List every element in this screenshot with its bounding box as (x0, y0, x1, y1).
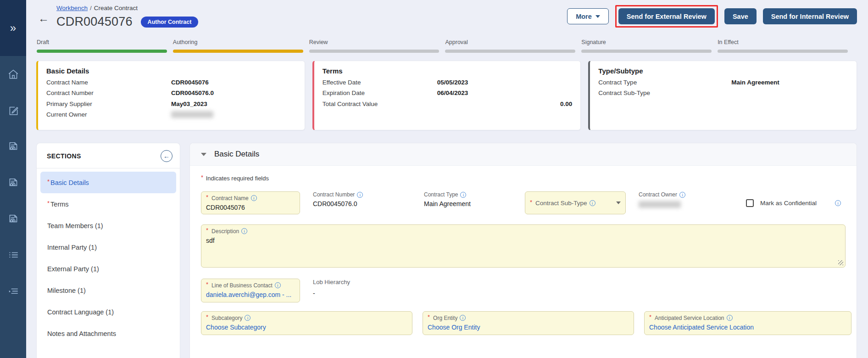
action-buttons: More Send for External Review Save Send … (567, 8, 857, 29)
chevron-down-icon (595, 15, 600, 18)
card-title: Basic Details (46, 67, 296, 75)
contract-name-value[interactable]: CDR0045076 (206, 204, 295, 211)
lower-content: SECTIONS ← * Basic Details * Terms Team … (36, 143, 857, 358)
section-item-contract-language[interactable]: Contract Language (1) (40, 301, 176, 323)
stage-draft: Draft (37, 39, 167, 53)
contract-name-field[interactable]: * Contract Name i CDR0045076 (201, 191, 300, 214)
basic-details-card: Basic Details Contract Name CDR0045076 C… (36, 61, 305, 130)
row-label: Contract Type (598, 79, 731, 86)
required-marker: * (206, 281, 208, 288)
info-icon[interactable]: i (245, 315, 250, 321)
field-label: Contract Name (211, 195, 249, 201)
row-label: Primary Supplier (46, 101, 171, 107)
org-entity-field[interactable]: * Org Entity i Choose Org Entity (423, 311, 634, 335)
card-row: Contract Type Main Agreement (598, 79, 848, 86)
field-label: Subcategory (211, 315, 242, 321)
row-label: Current Owner (46, 111, 171, 118)
contract-type-value: Main Agreement (424, 200, 520, 207)
required-marker: * (47, 178, 50, 185)
required-marker: * (530, 199, 532, 206)
workflow-menu-icon[interactable] (0, 274, 26, 310)
list-icon[interactable] (0, 237, 26, 274)
description-value[interactable]: sdf (206, 237, 840, 244)
section-item-milestone[interactable]: Milestone (1) (40, 280, 176, 301)
stage-authoring: Authoring (173, 39, 303, 53)
contract-document-icon[interactable] (0, 129, 26, 165)
info-icon[interactable]: i (460, 192, 466, 198)
info-icon[interactable]: i (275, 282, 281, 288)
stage-bar (581, 50, 712, 53)
info-icon[interactable]: i (460, 315, 466, 321)
contract-document-icon[interactable] (0, 165, 26, 201)
sections-panel: SECTIONS ← * Basic Details * Terms Team … (36, 143, 180, 358)
compose-icon[interactable] (0, 92, 26, 129)
required-marker: * (428, 313, 430, 320)
info-icon[interactable]: i (679, 192, 685, 198)
row-value: 05/05/2023 (437, 79, 468, 86)
collapse-panel-button[interactable]: ← (161, 150, 172, 162)
section-item-terms[interactable]: * Terms (40, 193, 176, 215)
breadcrumb-current: Create Contract (94, 5, 138, 11)
section-item-label: External Party (1) (47, 265, 99, 273)
red-highlight-annotation: Send for External Review (615, 5, 718, 28)
section-item-internal-party[interactable]: Internal Party (1) (40, 236, 176, 258)
contract-number-value: CDR0045076.0 (313, 200, 411, 207)
section-item-team-members[interactable]: Team Members (1) (40, 215, 176, 236)
workflow-progress-tracker: Draft Authoring Review Approval Signatur… (26, 29, 868, 53)
sections-panel-title: SECTIONS (47, 152, 81, 160)
line-of-business-contact-field[interactable]: * Line of Business Contact i daniela.ave… (201, 279, 300, 302)
contract-sub-type-dropdown[interactable]: * Contract Sub-Type i (525, 191, 626, 214)
status-badge: Author Contract (141, 17, 199, 28)
send-external-review-button[interactable]: Send for External Review (618, 8, 715, 24)
stage-label: Signature (581, 39, 712, 45)
row-label: Contract Number (46, 90, 171, 96)
description-textarea[interactable]: * Description i sdf (201, 224, 846, 268)
field-label: Contract Owner (639, 191, 677, 198)
collapse-section-icon[interactable] (201, 153, 206, 156)
section-item-basic-details[interactable]: * Basic Details (40, 172, 176, 193)
anticipated-service-location-field[interactable]: * Anticipated Service Location i Choose … (644, 311, 851, 335)
lob-contact-value[interactable]: daniela.averchi@gep.com - ... (206, 291, 295, 298)
home-icon[interactable] (0, 56, 26, 92)
field-label: Lob Hierarchy (313, 279, 350, 285)
field-label: Contract Number (313, 191, 355, 198)
stage-label: In Effect (718, 39, 848, 45)
subcategory-field[interactable]: * Subcategory i Choose Subcategory (201, 311, 412, 335)
mark-confidential-checkbox[interactable] (746, 199, 754, 207)
resize-handle[interactable] (838, 260, 843, 265)
info-icon[interactable]: i (835, 200, 841, 206)
section-item-notes-attachments[interactable]: Notes and Attachments (40, 323, 176, 344)
choose-subcategory-link[interactable]: Choose Subcategory (206, 324, 407, 331)
stage-approval: Approval (445, 39, 575, 53)
card-row: Contract Sub-Type (598, 90, 848, 96)
required-marker: * (201, 174, 203, 181)
card-row: Contract Number CDR0045076.0 (46, 90, 296, 96)
contract-document-icon[interactable] (0, 201, 26, 237)
contract-type-field: Contract Type i Main Agreement (424, 191, 520, 207)
chevron-down-icon (616, 201, 621, 204)
info-icon[interactable]: i (241, 228, 247, 234)
required-marker: * (649, 313, 651, 320)
info-icon[interactable]: i (251, 195, 257, 201)
row-label: Effective Date (323, 79, 437, 86)
more-button-label: More (576, 13, 592, 20)
send-internal-review-button[interactable]: Send for Internal Review (763, 8, 857, 24)
back-button[interactable]: ← (38, 13, 49, 29)
row-label: Expiration Date (323, 90, 437, 96)
expand-rail-icon[interactable]: » (0, 0, 26, 56)
info-icon[interactable]: i (590, 200, 595, 206)
info-icon[interactable]: i (727, 315, 733, 321)
section-item-external-party[interactable]: External Party (1) (40, 258, 176, 280)
field-label: Description (211, 228, 239, 235)
choose-org-entity-link[interactable]: Choose Org Entity (428, 324, 629, 331)
info-icon[interactable]: i (357, 192, 363, 198)
choose-anticipated-service-location-link[interactable]: Choose Anticipated Service Location (649, 324, 846, 331)
section-item-label: Milestone (1) (47, 287, 86, 294)
row-value: CDR0045076 (171, 79, 209, 86)
top-bar: ← Workbench/Create Contract CDR0045076 A… (26, 0, 868, 29)
breadcrumb-workbench-link[interactable]: Workbench (56, 5, 88, 11)
nav-rail: » (0, 0, 26, 358)
more-button[interactable]: More (567, 8, 609, 24)
save-button[interactable]: Save (724, 8, 757, 24)
app-root: » (0, 0, 868, 358)
